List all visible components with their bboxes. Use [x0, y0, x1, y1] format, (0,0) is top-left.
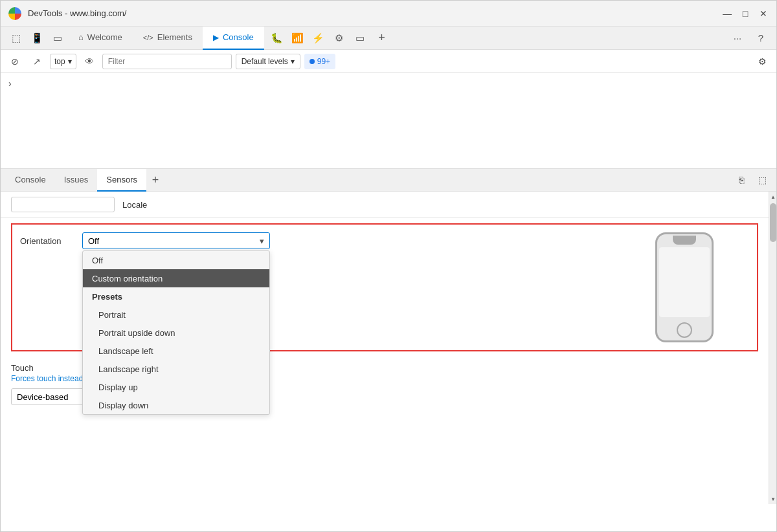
memory-icon-btn[interactable]: ⚙	[329, 28, 350, 49]
dropdown-item-display-up[interactable]: Display up	[83, 378, 269, 396]
orientation-controls: Off ▾ Off Custom orientation	[82, 232, 609, 249]
app-logo	[8, 7, 21, 20]
scroll-down-arrow[interactable]: ▼	[769, 494, 776, 504]
debug-icon-btn[interactable]: 🐛	[267, 28, 287, 49]
orientation-selected-value: Off	[88, 236, 99, 246]
minimize-button[interactable]: —	[722, 8, 732, 19]
eye-filter-btn[interactable]: 👁	[80, 52, 98, 71]
dropdown-item-landscape-right[interactable]: Landscape right	[83, 360, 269, 378]
elements-icon: </>	[143, 34, 153, 41]
console-toolbar: ⊘ ↗ top ▾ 👁 Default levels ▾ 99+ ⚙	[1, 50, 776, 73]
sensors-content: Locale Orientation Off ▾ O	[1, 192, 769, 504]
dropdown-item-display-up-label: Display up	[98, 382, 138, 392]
error-badge-dot	[310, 59, 315, 64]
bottom-tab-console[interactable]: Console	[6, 169, 55, 192]
dropdown-arrow-icon: ▾	[260, 236, 264, 246]
tab-console[interactable]: ▶ Console	[203, 27, 264, 50]
device-toolbar-btn[interactable]: 📱	[27, 28, 47, 49]
default-levels-arrow: ▾	[291, 57, 295, 66]
locale-label: Locale	[122, 200, 147, 210]
orientation-label: Orientation	[20, 232, 72, 246]
tab-elements[interactable]: </> Elements	[133, 27, 203, 50]
context-selector[interactable]: top ▾	[50, 54, 76, 69]
inspect-element-btn[interactable]: ⬚	[6, 28, 27, 49]
locale-row: Locale	[1, 192, 769, 218]
context-selector-value: top	[54, 57, 65, 66]
sensors-panel: Locale Orientation Off ▾ O	[1, 192, 776, 504]
tab-welcome-label: Welcome	[87, 32, 122, 42]
tab-console-label: Console	[223, 32, 254, 42]
phone-screen	[659, 247, 710, 317]
dropdown-item-portrait-label: Portrait	[98, 310, 126, 320]
orientation-select-wrapper: Off ▾ Off Custom orientation	[82, 232, 270, 249]
bottom-tab-right: ⎘ ⬚	[732, 171, 771, 189]
performance-icon-btn[interactable]: ⚡	[308, 28, 329, 49]
bottom-tab-issues[interactable]: Issues	[55, 169, 98, 192]
expand-console-btn[interactable]: ↗	[28, 52, 46, 71]
orientation-select-display[interactable]: Off ▾	[82, 232, 270, 249]
filter-input[interactable]	[102, 54, 232, 69]
main-scrollbar: ▲ ▼	[769, 192, 776, 504]
dropdown-item-portrait-upside-down-label: Portrait upside down	[98, 328, 175, 338]
home-icon: ⌂	[78, 32, 84, 42]
phone-notch	[673, 236, 696, 245]
bottom-tab-add-btn[interactable]: +	[146, 171, 164, 189]
bottom-tab-issues-label: Issues	[64, 175, 89, 184]
help-btn[interactable]: ?	[750, 28, 771, 49]
dropdown-item-landscape-left[interactable]: Landscape left	[83, 342, 269, 360]
window-title: DevTools - www.bing.com/	[28, 8, 715, 18]
error-badge-count: 99+	[317, 57, 330, 66]
dropdown-group-presets-label: Presets	[92, 292, 122, 302]
bottom-tab-sensors-label: Sensors	[106, 175, 137, 184]
console-settings-btn[interactable]: ⚙	[753, 52, 771, 71]
bottom-panel: Console Issues Sensors + ⎘ ⬚ Locale Orie…	[1, 169, 776, 504]
close-button[interactable]: ✕	[758, 8, 769, 19]
tab-welcome[interactable]: ⌂ Welcome	[68, 27, 133, 50]
dropdown-item-landscape-left-label: Landscape left	[98, 346, 153, 356]
context-selector-arrow: ▾	[68, 57, 72, 66]
dropdown-item-off[interactable]: Off	[83, 251, 269, 269]
application-icon-btn[interactable]: ▭	[350, 28, 370, 49]
console-expand-arrow[interactable]: ›	[8, 78, 12, 89]
clear-console-btn[interactable]: ⊘	[6, 52, 24, 71]
dropdown-group-presets: Presets	[83, 287, 269, 305]
bottom-tab-sensors[interactable]: Sensors	[97, 169, 146, 192]
network-icon-btn[interactable]: 📶	[287, 28, 308, 49]
bottom-tab-bar: Console Issues Sensors + ⎘ ⬚	[1, 169, 776, 192]
undock-btn[interactable]: ⬚	[753, 171, 771, 189]
window-controls: — □ ✕	[722, 8, 769, 19]
dropdown-item-off-label: Off	[92, 256, 103, 265]
phone-frame	[655, 232, 714, 342]
phone-home-button	[677, 322, 692, 338]
dropdown-item-custom[interactable]: Custom orientation	[83, 269, 269, 287]
default-levels-btn[interactable]: Default levels ▾	[236, 54, 300, 69]
dropdown-item-landscape-right-label: Landscape right	[98, 364, 159, 374]
default-levels-label: Default levels	[242, 57, 288, 66]
dropdown-item-portrait[interactable]: Portrait	[83, 305, 269, 324]
console-area: ›	[1, 73, 776, 169]
tab-elements-label: Elements	[157, 32, 192, 42]
console-tab-icon: ▶	[213, 33, 219, 42]
dropdown-item-display-down[interactable]: Display down	[83, 396, 269, 414]
dropdown-item-display-down-label: Display down	[98, 401, 148, 410]
maximize-button[interactable]: □	[740, 8, 750, 19]
touch-selected-value: Device-based	[17, 392, 69, 402]
dock-btn[interactable]: ⎘	[732, 171, 750, 189]
sidebar-btn[interactable]: ▭	[47, 28, 68, 49]
dropdown-item-portrait-upside-down[interactable]: Portrait upside down	[83, 324, 269, 342]
bottom-tab-console-label: Console	[15, 175, 46, 184]
dropdown-item-custom-label: Custom orientation	[92, 274, 163, 283]
phone-illustration	[620, 232, 749, 342]
orientation-section: Orientation Off ▾ Off	[11, 223, 758, 351]
top-tab-bar: ⬚ 📱 ▭ ⌂ Welcome </> Elements ▶ Console 🐛…	[1, 27, 776, 50]
add-tab-btn[interactable]: +	[373, 29, 391, 47]
toolbar-right: ··· ?	[727, 28, 771, 49]
error-badge-btn[interactable]: 99+	[304, 54, 335, 69]
orientation-dropdown: Off Custom orientation Presets Portrait	[82, 250, 270, 415]
scroll-up-arrow[interactable]: ▲	[769, 192, 776, 202]
more-options-btn[interactable]: ···	[727, 28, 748, 49]
title-bar: DevTools - www.bing.com/ — □ ✕	[1, 1, 776, 27]
scroll-thumb[interactable]	[770, 203, 776, 242]
locale-input[interactable]	[11, 197, 115, 212]
